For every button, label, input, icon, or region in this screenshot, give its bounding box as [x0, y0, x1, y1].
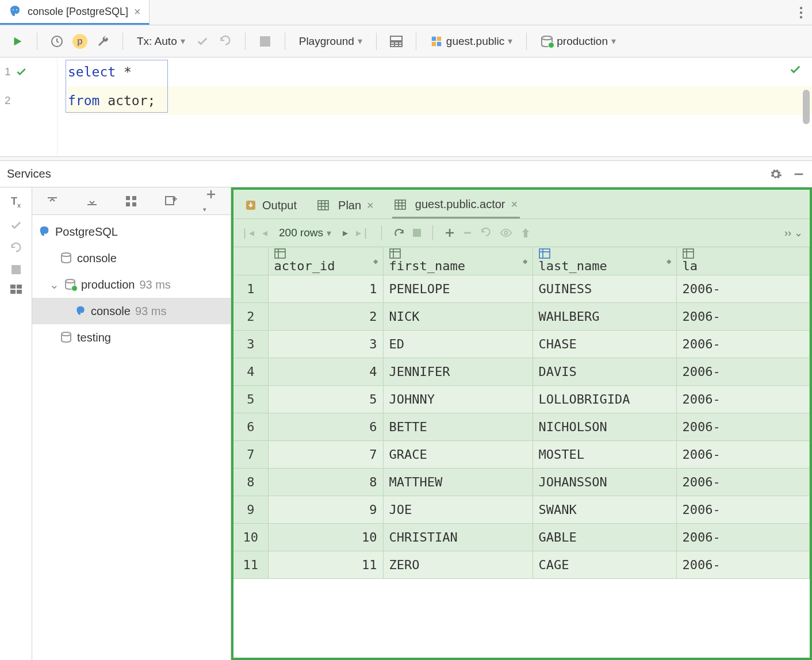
results-grid[interactable]: actor_id◆ first_name◆ last_name◆ la 11P: [233, 247, 810, 658]
editor-tab-console[interactable]: console [PostgreSQL] ×: [0, 0, 150, 25]
cell-last-update[interactable]: 2006-: [676, 330, 810, 358]
cell-actor-id[interactable]: 9: [268, 496, 383, 523]
cell-actor-id[interactable]: 10: [268, 523, 383, 551]
cell-last-update[interactable]: 2006-: [676, 523, 810, 551]
cell-last-name[interactable]: WAHLBERG: [533, 302, 676, 330]
cell-first-name[interactable]: GRACE: [383, 440, 533, 468]
stop-icon[interactable]: [413, 229, 421, 237]
run-icon[interactable]: [8, 32, 26, 51]
result-tab-table[interactable]: guest.public.actor ×: [392, 192, 520, 218]
column-header-actor-id[interactable]: actor_id◆: [268, 247, 383, 275]
cell-last-name[interactable]: DAVIS: [533, 358, 676, 385]
cell-last-update[interactable]: 2006-: [676, 385, 810, 413]
tree-node-prod-console[interactable]: console 93 ms: [32, 298, 231, 324]
stop-icon[interactable]: [256, 32, 274, 51]
cell-last-name[interactable]: SWANK: [533, 496, 676, 523]
stop-icon[interactable]: [12, 265, 21, 274]
revert-icon[interactable]: [480, 227, 492, 239]
kebab-menu-icon[interactable]: [799, 6, 803, 19]
table-row[interactable]: 33EDCHASE2006-: [233, 330, 810, 358]
expand-all-icon[interactable]: [47, 195, 58, 207]
table-row[interactable]: 1111ZEROCAGE2006-: [233, 551, 810, 578]
sql-editor[interactable]: 1 2 select * from actor;: [0, 57, 812, 156]
cell-last-update[interactable]: 2006-: [676, 551, 810, 578]
submit-icon[interactable]: [520, 227, 531, 239]
next-page-icon[interactable]: ▸: [343, 227, 348, 239]
cell-first-name[interactable]: JOHNNY: [383, 385, 533, 413]
cell-actor-id[interactable]: 5: [268, 385, 383, 413]
cell-last-update[interactable]: 2006-: [676, 496, 810, 523]
row-number-header[interactable]: [233, 247, 268, 275]
cell-actor-id[interactable]: 7: [268, 440, 383, 468]
cell-first-name[interactable]: CHRISTIAN: [383, 523, 533, 551]
gear-icon[interactable]: [769, 168, 782, 181]
minimize-icon[interactable]: [792, 168, 805, 181]
cell-actor-id[interactable]: 1: [268, 275, 383, 302]
close-icon[interactable]: ×: [367, 199, 374, 212]
tx-mode-dropdown[interactable]: Tx: Auto ▾: [133, 35, 189, 48]
result-tab-output[interactable]: Output: [243, 192, 299, 218]
column-header-last-update[interactable]: la: [676, 247, 810, 275]
table-row[interactable]: 55JOHNNYLOLLOBRIGIDA2006-: [233, 385, 810, 413]
tree-node-production[interactable]: ⌄ production 93 ms: [32, 271, 231, 298]
cell-actor-id[interactable]: 3: [268, 330, 383, 358]
cell-last-update[interactable]: 2006-: [676, 302, 810, 330]
cell-actor-id[interactable]: 8: [268, 468, 383, 496]
tx-filter-icon[interactable]: Tx: [11, 195, 21, 209]
check-icon[interactable]: [10, 219, 22, 232]
table-row[interactable]: 66BETTENICHOLSON2006-: [233, 413, 810, 440]
cell-actor-id[interactable]: 2: [268, 302, 383, 330]
grid-icon[interactable]: [126, 196, 136, 206]
commit-icon[interactable]: [193, 32, 212, 51]
table-row[interactable]: 22NICKWAHLBERG2006-: [233, 302, 810, 330]
cell-last-update[interactable]: 2006-: [676, 468, 810, 496]
rollback-icon[interactable]: [216, 32, 235, 51]
cell-first-name[interactable]: BETTE: [383, 413, 533, 440]
schema-dropdown[interactable]: guest.public ▾: [427, 35, 516, 48]
table-row[interactable]: 11PENELOPEGUINESS2006-: [233, 275, 810, 302]
cell-last-update[interactable]: 2006-: [676, 275, 810, 302]
table-row[interactable]: 44JENNIFERDAVIS2006-: [233, 358, 810, 385]
tree-node-testing[interactable]: testing: [32, 324, 231, 351]
collapse-all-icon[interactable]: [86, 195, 98, 207]
close-icon[interactable]: ×: [511, 198, 518, 211]
cell-last-name[interactable]: GUINESS: [533, 275, 676, 302]
cell-actor-id[interactable]: 6: [268, 413, 383, 440]
cell-first-name[interactable]: ED: [383, 330, 533, 358]
cell-first-name[interactable]: MATTHEW: [383, 468, 533, 496]
explain-plan-icon[interactable]: p: [71, 32, 89, 51]
last-page-icon[interactable]: ▸❘: [356, 227, 370, 239]
inspection-ok-icon[interactable]: [789, 63, 802, 76]
cell-first-name[interactable]: NICK: [383, 302, 533, 330]
wrench-icon[interactable]: [94, 32, 112, 51]
cell-last-name[interactable]: GABLE: [533, 523, 676, 551]
table-row[interactable]: 1010CHRISTIANGABLE2006-: [233, 523, 810, 551]
more-icon[interactable]: ›› ⌄: [784, 227, 803, 239]
cell-first-name[interactable]: JOE: [383, 496, 533, 523]
column-header-first-name[interactable]: first_name◆: [383, 247, 533, 275]
cell-last-name[interactable]: CHASE: [533, 330, 676, 358]
cell-last-update[interactable]: 2006-: [676, 413, 810, 440]
page-size-dropdown[interactable]: 200 rows ▾: [275, 227, 335, 239]
history-icon[interactable]: [48, 32, 66, 51]
add-icon[interactable]: ▾: [205, 189, 217, 214]
result-tab-plan[interactable]: Plan ×: [315, 192, 376, 218]
cell-first-name[interactable]: JENNIFER: [383, 358, 533, 385]
cell-last-update[interactable]: 2006-: [676, 440, 810, 468]
table-row[interactable]: 77GRACEMOSTEL2006-: [233, 440, 810, 468]
rollback-icon[interactable]: [10, 242, 22, 255]
cell-last-name[interactable]: CAGE: [533, 551, 676, 578]
cell-last-name[interactable]: NICHOLSON: [533, 413, 676, 440]
table-row[interactable]: 88MATTHEWJOHANSSON2006-: [233, 468, 810, 496]
editor-scrollbar[interactable]: [803, 90, 810, 124]
cell-first-name[interactable]: ZERO: [383, 551, 533, 578]
add-row-icon[interactable]: [445, 228, 455, 238]
cell-first-name[interactable]: PENELOPE: [383, 275, 533, 302]
reload-icon[interactable]: [393, 227, 405, 239]
table-row[interactable]: 99JOESWANK2006-: [233, 496, 810, 523]
first-page-icon[interactable]: ❘◂: [240, 227, 254, 239]
cell-last-name[interactable]: JOHANSSON: [533, 468, 676, 496]
preview-dml-icon[interactable]: [500, 227, 512, 239]
close-icon[interactable]: ×: [134, 5, 141, 18]
tree-node-console[interactable]: console: [32, 245, 231, 271]
